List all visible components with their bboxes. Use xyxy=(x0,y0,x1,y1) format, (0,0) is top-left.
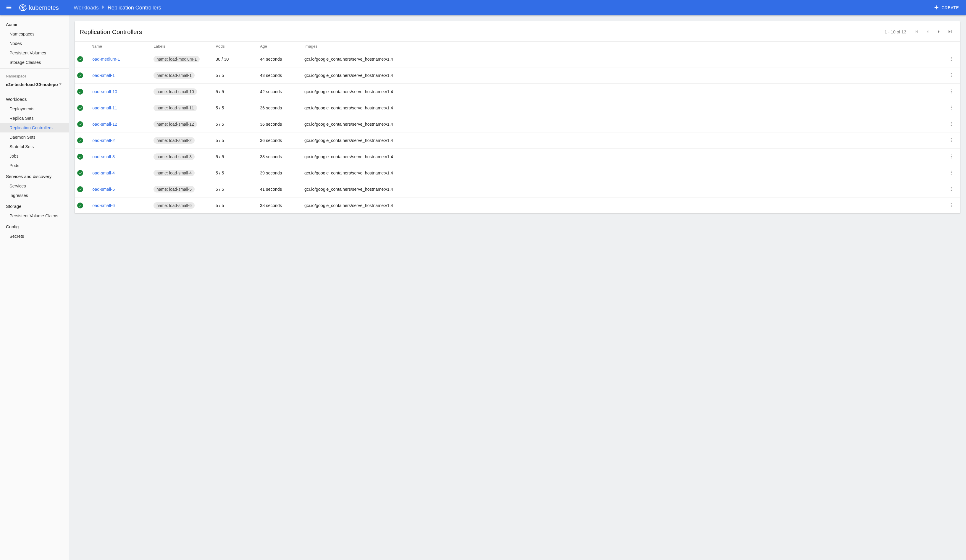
table-row: load-small-11name: load-small-115 / 536 … xyxy=(75,100,960,116)
more-vert-icon xyxy=(948,202,954,209)
rc-name-link[interactable]: load-small-6 xyxy=(91,203,115,208)
svg-point-29 xyxy=(951,157,952,158)
sidebar-item-services[interactable]: Services xyxy=(0,181,69,191)
sidebar-item-storage-classes[interactable]: Storage Classes xyxy=(0,57,69,67)
sidebar-item-nodes[interactable]: Nodes xyxy=(0,39,69,48)
label-chip: name: load-medium-1 xyxy=(153,56,200,62)
sidebar-item-secrets[interactable]: Secrets xyxy=(0,232,69,241)
svg-point-9 xyxy=(951,57,952,57)
namespace-select[interactable]: e2e-tests-load-30-nodepods-1- xyxy=(6,80,63,89)
rc-name-link[interactable]: load-small-3 xyxy=(91,154,115,159)
age-cell: 43 seconds xyxy=(258,67,302,84)
row-actions-button[interactable] xyxy=(946,54,956,64)
image-cell: gcr.io/google_containers/serve_hostname:… xyxy=(302,181,945,197)
age-cell: 36 seconds xyxy=(258,116,302,133)
sidebar-item-ingresses[interactable]: Ingresses xyxy=(0,191,69,200)
svg-point-13 xyxy=(951,74,952,76)
row-actions-button[interactable] xyxy=(946,119,956,130)
svg-point-34 xyxy=(951,188,952,189)
rc-name-link[interactable]: load-small-11 xyxy=(91,105,117,110)
rc-name-link[interactable]: load-small-2 xyxy=(91,138,115,143)
sidebar-item-jobs[interactable]: Jobs xyxy=(0,151,69,161)
chevron-right-icon xyxy=(936,29,942,36)
namespace-selected: e2e-tests-load-30-nodepods-1- xyxy=(6,82,58,87)
label-chip: name: load-small-10 xyxy=(153,89,197,95)
table-row: load-small-1name: load-small-15 / 543 se… xyxy=(75,67,960,84)
sidebar-item-replication-controllers[interactable]: Replication Controllers xyxy=(0,123,69,133)
rc-name-link[interactable]: load-small-4 xyxy=(91,171,115,175)
label-chip: name: load-small-5 xyxy=(153,186,195,192)
age-cell: 38 seconds xyxy=(258,149,302,165)
image-cell: gcr.io/google_containers/serve_hostname:… xyxy=(302,116,945,133)
row-actions-button[interactable] xyxy=(946,86,956,97)
row-actions-button[interactable] xyxy=(946,151,956,162)
svg-point-25 xyxy=(951,140,952,140)
rc-name-link[interactable]: load-medium-1 xyxy=(91,57,120,61)
row-actions-button[interactable] xyxy=(946,70,956,81)
status-ok-icon xyxy=(77,72,83,78)
create-button[interactable]: CREATE xyxy=(930,2,962,13)
app-header: kubernetes Workloads Replication Control… xyxy=(0,0,966,15)
pods-cell: 5 / 5 xyxy=(213,67,258,84)
sidebar-item-deployments[interactable]: Deployments xyxy=(0,104,69,113)
sidebar-item-pvc[interactable]: Persistent Volume Claims xyxy=(0,211,69,220)
sidebar-heading-storage: Storage xyxy=(0,200,69,211)
rc-name-link[interactable]: load-small-1 xyxy=(91,73,115,78)
svg-point-37 xyxy=(951,205,952,205)
pagination-next-button[interactable] xyxy=(933,26,944,37)
column-header-labels[interactable]: Labels xyxy=(151,42,213,51)
label-chip: name: load-small-12 xyxy=(153,121,197,127)
create-button-label: CREATE xyxy=(941,5,959,10)
label-chip: name: load-small-3 xyxy=(153,153,195,160)
rc-name-link[interactable]: load-small-5 xyxy=(91,187,115,192)
image-cell: gcr.io/google_containers/serve_hostname:… xyxy=(302,51,945,67)
label-chip: name: load-small-4 xyxy=(153,170,195,176)
svg-point-21 xyxy=(951,122,952,123)
pagination-first-button[interactable] xyxy=(911,26,922,37)
table-row: load-small-5name: load-small-55 / 541 se… xyxy=(75,181,960,197)
pods-cell: 5 / 5 xyxy=(213,149,258,165)
sidebar-item-pods[interactable]: Pods xyxy=(0,161,69,170)
age-cell: 36 seconds xyxy=(258,133,302,149)
row-actions-button[interactable] xyxy=(946,168,956,178)
row-actions-button[interactable] xyxy=(946,184,956,195)
row-actions-button[interactable] xyxy=(946,135,956,146)
sidebar-item-replica-sets[interactable]: Replica Sets xyxy=(0,113,69,123)
svg-point-19 xyxy=(951,107,952,108)
pagination-prev-button[interactable] xyxy=(922,26,933,37)
sidebar-heading-workloads: Workloads xyxy=(0,93,69,104)
svg-point-26 xyxy=(951,141,952,142)
svg-point-27 xyxy=(951,154,952,155)
chevron-left-icon xyxy=(925,29,930,36)
sidebar-item-daemon-sets[interactable]: Daemon Sets xyxy=(0,133,69,142)
sidebar-item-namespaces[interactable]: Namespaces xyxy=(0,29,69,39)
pods-cell: 5 / 5 xyxy=(213,133,258,149)
svg-point-33 xyxy=(951,187,952,188)
status-ok-icon xyxy=(77,202,83,209)
sidebar-item-stateful-sets[interactable]: Stateful Sets xyxy=(0,142,69,151)
sidebar-item-persistent-volumes[interactable]: Persistent Volumes xyxy=(0,48,69,57)
status-ok-icon xyxy=(77,154,83,160)
menu-toggle-button[interactable] xyxy=(3,2,15,13)
label-chip: name: load-small-6 xyxy=(153,202,195,209)
svg-point-35 xyxy=(951,190,952,191)
column-header-age[interactable]: Age xyxy=(258,42,302,51)
svg-point-30 xyxy=(951,171,952,171)
svg-point-15 xyxy=(951,89,952,90)
column-header-pods[interactable]: Pods xyxy=(213,42,258,51)
column-header-images[interactable]: Images xyxy=(302,42,945,51)
rc-name-link[interactable]: load-small-10 xyxy=(91,89,117,94)
pagination-last-button[interactable] xyxy=(945,26,955,37)
table-row: load-small-12name: load-small-125 / 536 … xyxy=(75,116,960,133)
image-cell: gcr.io/google_containers/serve_hostname:… xyxy=(302,100,945,116)
row-actions-button[interactable] xyxy=(946,103,956,113)
kubernetes-logo-icon xyxy=(19,3,26,12)
breadcrumb-parent[interactable]: Workloads xyxy=(74,5,99,11)
row-actions-button[interactable] xyxy=(946,200,956,211)
more-vert-icon xyxy=(948,89,954,95)
rc-name-link[interactable]: load-small-12 xyxy=(91,122,117,126)
svg-point-23 xyxy=(951,125,952,126)
svg-line-8 xyxy=(21,6,23,7)
column-header-name[interactable]: Name xyxy=(89,42,151,51)
status-ok-icon xyxy=(77,170,83,176)
